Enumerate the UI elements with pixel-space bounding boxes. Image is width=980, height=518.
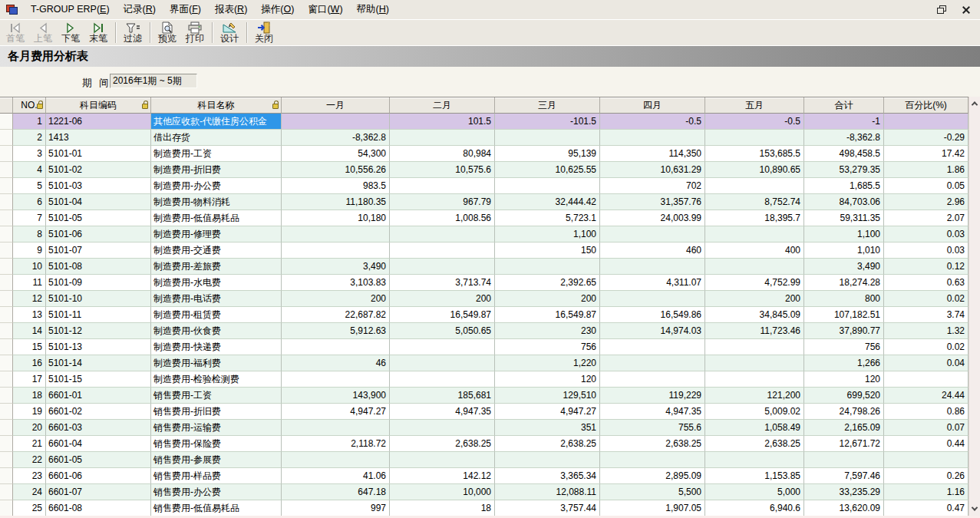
cell-pct[interactable]: 2.96 [884,194,968,210]
column-header-code[interactable]: 科目编码 [46,97,151,114]
cell-m3[interactable]: 95,139 [495,146,600,162]
cell-total[interactable]: 498,458.5 [804,146,884,162]
cell-m1[interactable]: 983.5 [282,178,390,194]
cell-code[interactable]: 5101-12 [46,323,151,339]
row-selector-cell[interactable] [0,323,13,339]
row-selector-cell[interactable] [0,484,13,500]
cell-no[interactable]: 17 [13,371,46,388]
cell-code[interactable]: 6601-02 [46,404,151,420]
cell-pct[interactable]: 0.47 [884,500,968,516]
cell-code[interactable]: 5101-03 [46,178,151,194]
cell-m3[interactable]: 32,444.42 [495,194,600,210]
row-selector-cell[interactable] [0,275,13,291]
cell-pct[interactable]: 1.86 [884,162,968,178]
cell-no[interactable]: 3 [13,146,46,162]
cell-m3[interactable]: 5,723.1 [495,210,600,226]
cell-m5[interactable]: 8,752.74 [705,194,804,210]
cell-total[interactable]: 1,685.5 [804,178,884,194]
cell-name[interactable]: 制造费用-折旧费 [151,162,282,178]
cell-m1[interactable] [282,339,390,355]
cell-m1[interactable] [282,420,390,436]
cell-no[interactable]: 6 [13,194,46,210]
cell-m2[interactable]: 967.79 [390,194,495,210]
cell-m2[interactable] [390,371,495,388]
prev-record-button[interactable]: 上笔 [29,20,57,45]
cell-total[interactable]: 18,274.28 [804,275,884,291]
cell-m4[interactable] [600,339,705,355]
cell-m5[interactable] [705,226,804,243]
row-selector-cell[interactable] [0,243,13,259]
cell-m3[interactable]: 200 [495,291,600,307]
cell-m2[interactable] [390,339,495,355]
cell-m5[interactable]: 34,845.09 [705,307,804,323]
cell-m1[interactable]: 11,180.35 [282,194,390,210]
column-header-m4[interactable]: 四月 [600,97,705,114]
cell-name[interactable]: 制造费用-水电费 [151,275,282,291]
cell-name[interactable]: 销售费用-办公费 [151,484,282,500]
cell-code[interactable]: 5101-02 [46,162,151,178]
cell-m2[interactable]: 101.5 [390,114,495,130]
cell-pct[interactable]: -0.29 [884,130,968,146]
cell-no[interactable]: 5 [13,178,46,194]
cell-pct[interactable]: 0.03 [884,226,968,243]
cell-name[interactable]: 销售费用-低值易耗品 [151,500,282,516]
cell-m2[interactable] [390,130,495,146]
cell-pct[interactable]: 0.07 [884,420,968,436]
column-header-name[interactable]: 科目名称 [151,97,282,114]
cell-pct[interactable] [884,371,968,388]
cell-m5[interactable] [705,259,804,275]
cell-total[interactable]: 120 [804,371,884,388]
cell-code[interactable]: 5101-13 [46,339,151,355]
design-button[interactable]: 设计 [216,20,243,45]
last-record-button[interactable]: 末笔 [84,20,112,45]
cell-m4[interactable]: -0.5 [600,114,705,130]
cell-total[interactable]: 13,620.09 [804,500,884,516]
cell-pct[interactable]: 0.02 [884,291,968,307]
cell-m5[interactable]: 1,153.85 [705,468,804,484]
cell-pct[interactable]: 0.86 [884,404,968,420]
cell-m5[interactable] [705,371,804,388]
cell-m3[interactable]: 230 [495,323,600,339]
cell-code[interactable]: 6601-08 [46,500,151,516]
cell-m2[interactable]: 10,575.6 [390,162,495,178]
cell-m3[interactable]: 3,365.34 [495,468,600,484]
cell-m4[interactable]: 2,638.25 [600,436,705,452]
row-selector-cell[interactable] [0,307,13,323]
cell-name[interactable]: 制造费用-伙食费 [151,323,282,339]
cell-pct[interactable]: 17.42 [884,146,968,162]
row-selector-cell[interactable] [0,388,13,404]
cell-m4[interactable]: 1,907.05 [600,500,705,516]
cell-total[interactable]: 1,010 [804,243,884,259]
cell-m5[interactable] [705,178,804,194]
cell-m1[interactable]: 54,300 [282,146,390,162]
cell-m2[interactable] [390,259,495,275]
cell-no[interactable]: 8 [13,226,46,243]
cell-m2[interactable]: 5,050.65 [390,323,495,339]
vertical-scrollbar[interactable] [968,97,980,516]
cell-code[interactable]: 6601-05 [46,452,151,468]
cell-no[interactable]: 14 [13,323,46,339]
cell-m4[interactable]: 5,500 [600,484,705,500]
cell-code[interactable]: 6601-01 [46,388,151,404]
cell-total[interactable]: 756 [804,339,884,355]
cell-no[interactable]: 16 [13,355,46,371]
menu-item-window[interactable]: 窗口(W) [301,2,349,17]
scroll-up-button[interactable] [969,97,980,110]
cell-m3[interactable]: 10,625.55 [495,162,600,178]
cell-pct[interactable]: 2.07 [884,210,968,226]
cell-m5[interactable]: 5,009.02 [705,404,804,420]
cell-name[interactable]: 销售费用-保险费 [151,436,282,452]
column-header-m3[interactable]: 三月 [495,97,600,114]
row-selector-cell[interactable] [0,371,13,388]
cell-name[interactable]: 制造费用-差旅费 [151,259,282,275]
row-selector-cell[interactable] [0,420,13,436]
cell-name[interactable]: 制造费用-租赁费 [151,307,282,323]
cell-m4[interactable] [600,291,705,307]
period-input[interactable] [110,74,197,88]
cell-m5[interactable]: 400 [705,243,804,259]
row-selector-cell[interactable] [0,404,13,420]
column-header-pct[interactable]: 百分比(%) [884,97,968,114]
cell-m2[interactable]: 4,947.35 [390,404,495,420]
cell-m4[interactable] [600,130,705,146]
cell-total[interactable]: 2,165.09 [804,420,884,436]
